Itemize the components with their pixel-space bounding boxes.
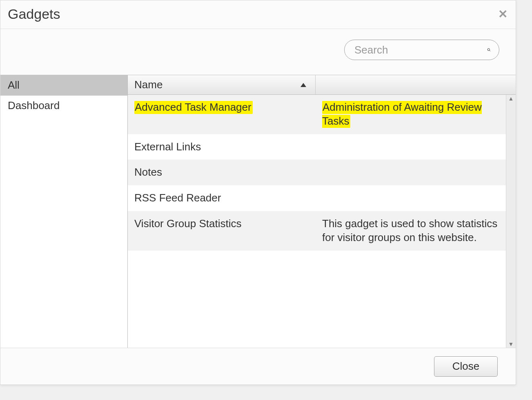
table-row[interactable]: Notes <box>128 160 516 185</box>
sidebar-item-label: Dashboard <box>8 99 60 112</box>
close-icon[interactable]: ✕ <box>498 9 508 20</box>
sidebar-item-label: All <box>8 79 20 92</box>
gadgets-dialog: Gadgets ✕ All Dashboard Name <box>0 0 516 385</box>
cell-description: Administration of Awaiting Review Tasks <box>316 95 516 134</box>
cell-description <box>316 185 516 211</box>
cell-description: This gadget is used to show statistics f… <box>316 211 516 250</box>
table-row[interactable]: RSS Feed Reader <box>128 185 516 211</box>
dialog-body: All Dashboard Name Advanced Tas <box>0 75 516 348</box>
cell-name: Advanced Task Manager <box>128 95 316 134</box>
search-bar <box>0 29 516 75</box>
search-field-wrap <box>344 40 499 60</box>
dialog-title: Gadgets <box>8 6 60 22</box>
cell-name: Visitor Group Statistics <box>128 211 316 250</box>
cell-name: Notes <box>128 160 316 185</box>
sort-asc-icon <box>301 83 306 87</box>
highlighted-text: Administration of Awaiting Review Tasks <box>322 101 482 128</box>
dialog-footer: Close <box>0 348 516 384</box>
table-row[interactable]: External Links <box>128 134 516 160</box>
search-icon <box>487 45 491 55</box>
table-body: Advanced Task Manager Administration of … <box>128 95 516 348</box>
svg-line-1 <box>490 50 490 51</box>
column-header-label: Name <box>134 78 162 91</box>
sidebar: All Dashboard <box>0 75 128 348</box>
highlighted-text: Advanced Task Manager <box>134 101 253 114</box>
cell-name: External Links <box>128 134 316 160</box>
table-row[interactable]: Advanced Task Manager Administration of … <box>128 95 516 134</box>
scroll-up-icon[interactable]: ▲ <box>508 96 514 101</box>
search-input[interactable] <box>354 44 487 56</box>
table-header: Name <box>128 75 516 95</box>
column-header-description[interactable] <box>316 75 516 94</box>
sidebar-item-dashboard[interactable]: Dashboard <box>0 96 127 116</box>
sidebar-item-all[interactable]: All <box>0 75 127 96</box>
cell-name: RSS Feed Reader <box>128 185 316 211</box>
close-button[interactable]: Close <box>434 356 498 377</box>
cell-description <box>316 160 516 185</box>
vertical-scrollbar[interactable]: ▲ ▼ <box>506 95 516 348</box>
column-header-name[interactable]: Name <box>128 75 316 94</box>
gadget-table: Name Advanced Task Manager Administratio… <box>128 75 516 348</box>
table-row[interactable]: Visitor Group Statistics This gadget is … <box>128 211 516 251</box>
scroll-down-icon[interactable]: ▼ <box>508 341 514 347</box>
dialog-header: Gadgets ✕ <box>0 0 516 29</box>
cell-description <box>316 134 516 160</box>
svg-point-0 <box>487 49 490 51</box>
